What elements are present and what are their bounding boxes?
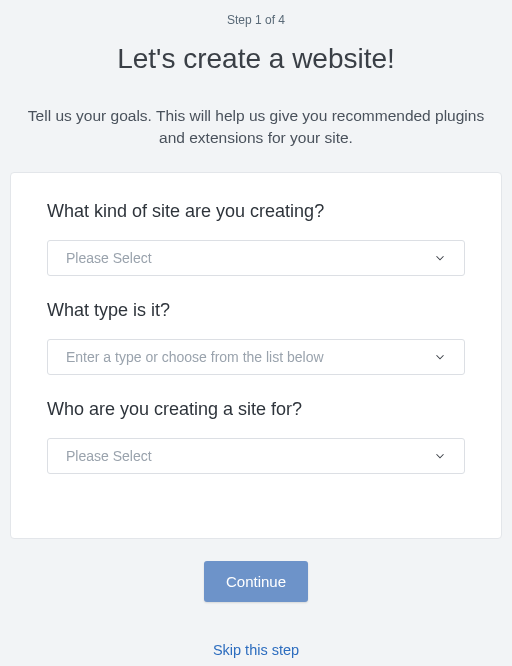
select-site-for[interactable]: Please Select (47, 438, 465, 474)
page-container: Step 1 of 4 Let's create a website! Tell… (0, 0, 512, 658)
form-card: What kind of site are you creating? Plea… (10, 172, 502, 539)
actions: Continue Skip this step (10, 561, 502, 658)
select-site-type[interactable]: Enter a type or choose from the list bel… (47, 339, 465, 375)
select-input-site-type[interactable]: Enter a type or choose from the list bel… (47, 339, 465, 375)
continue-button[interactable]: Continue (204, 561, 308, 602)
field-label-site-kind: What kind of site are you creating? (47, 201, 465, 222)
page-title: Let's create a website! (10, 43, 502, 75)
field-site-kind: What kind of site are you creating? Plea… (47, 201, 465, 276)
select-site-kind[interactable]: Please Select (47, 240, 465, 276)
field-label-site-for: Who are you creating a site for? (47, 399, 465, 420)
field-site-type: What type is it? Enter a type or choose … (47, 300, 465, 375)
select-input-site-kind[interactable]: Please Select (47, 240, 465, 276)
page-subtitle: Tell us your goals. This will help us gi… (10, 105, 502, 150)
select-input-site-for[interactable]: Please Select (47, 438, 465, 474)
step-indicator: Step 1 of 4 (10, 0, 502, 35)
field-site-for: Who are you creating a site for? Please … (47, 399, 465, 474)
skip-step-link[interactable]: Skip this step (10, 642, 502, 658)
field-label-site-type: What type is it? (47, 300, 465, 321)
